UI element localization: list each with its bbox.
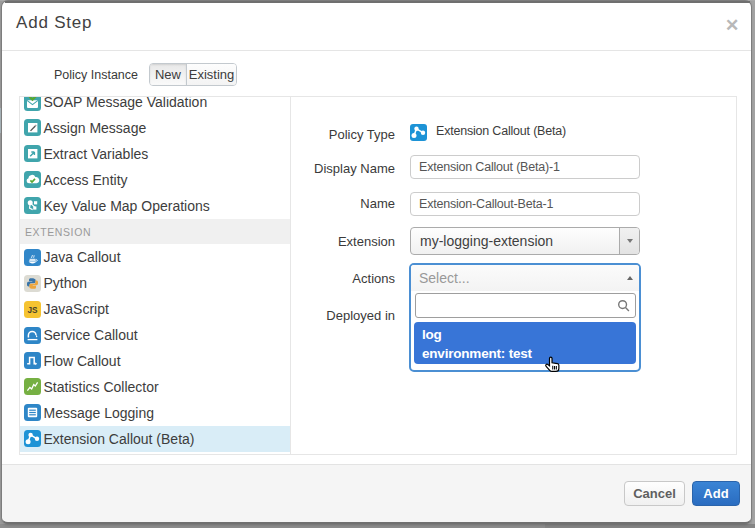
- svg-text:JS: JS: [27, 306, 38, 315]
